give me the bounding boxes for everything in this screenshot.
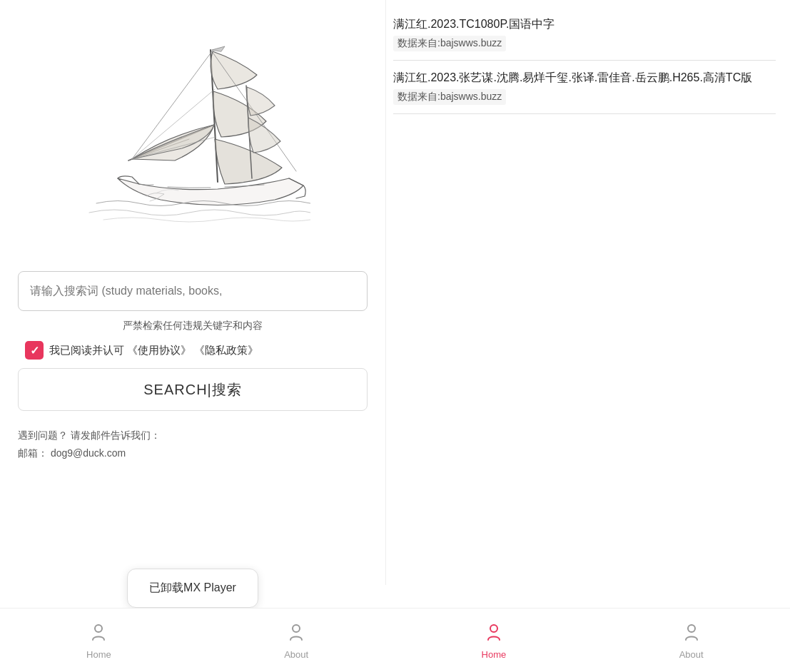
ship-illustration [75, 21, 310, 250]
nav-item-about-1[interactable]: About [198, 609, 395, 672]
agreement-text: 我已阅读并认可 《使用协议》 《隐私政策》 [49, 344, 258, 357]
search-area: 严禁检索任何违规关键字和内容 我已阅读并认可 《使用协议》 《隐私政策》 SEA… [18, 271, 368, 462]
privacy-link[interactable]: 《隐私政策》 [194, 344, 258, 356]
nav-item-home-2[interactable]: Home [395, 609, 593, 672]
agreement-row: 我已阅读并认可 《使用协议》 《隐私政策》 [18, 341, 368, 360]
contact-line1: 遇到问题？ 请发邮件告诉我们： [18, 427, 161, 444]
svg-point-10 [490, 625, 497, 632]
popup-box: 已卸载MX Player [127, 569, 258, 608]
right-panel: 满江红.2023.TC1080P.国语中字 数据来自:bajswws.buzz … [385, 0, 790, 585]
svg-point-8 [95, 625, 102, 632]
terms-link[interactable]: 《使用协议》 [127, 344, 191, 356]
nav-label-home-1: Home [86, 649, 111, 660]
torrent-source-0: 数据来自:bajswws.buzz [393, 36, 506, 51]
about-icon-2 [682, 621, 702, 646]
warning-text: 严禁检索任何违规关键字和内容 [123, 320, 263, 332]
search-button[interactable]: SEARCH|搜索 [18, 368, 368, 411]
home-icon-2 [484, 621, 504, 646]
nav-item-home-1[interactable]: Home [0, 609, 198, 672]
torrent-title-0: 满江红.2023.TC1080P.国语中字 [393, 16, 776, 33]
torrent-item-1[interactable]: 满江红.2023.张艺谋.沈腾.易烊千玺.张译.雷佳音.岳云鹏.H265.高清T… [393, 61, 776, 114]
contact-info: 遇到问题？ 请发邮件告诉我们： 邮箱： dog9@duck.com [18, 427, 161, 462]
nav-label-about-2: About [679, 649, 704, 660]
home-icon-1 [88, 621, 108, 646]
agreement-checkbox[interactable] [25, 341, 44, 360]
popup-overlay: 已卸载MX Player [0, 569, 385, 608]
nav-label-home-2: Home [482, 649, 507, 660]
nav-label-about-1: About [284, 649, 308, 660]
about-icon-1 [286, 621, 306, 646]
popup-text: 已卸载MX Player [149, 581, 236, 594]
torrent-list: 满江红.2023.TC1080P.国语中字 数据来自:bajswws.buzz … [393, 7, 776, 114]
search-input[interactable] [18, 271, 368, 311]
bottom-nav: Home About Home About [0, 608, 790, 672]
nav-item-about-2[interactable]: About [592, 609, 790, 672]
torrent-source-1: 数据来自:bajswws.buzz [393, 89, 506, 105]
torrent-title-1: 满江红.2023.张艺谋.沈腾.易烊千玺.张译.雷佳音.岳云鹏.H265.高清T… [393, 69, 776, 86]
left-panel: 严禁检索任何违规关键字和内容 我已阅读并认可 《使用协议》 《隐私政策》 SEA… [0, 0, 385, 585]
svg-point-9 [293, 625, 300, 632]
contact-line2: 邮箱： dog9@duck.com [18, 444, 161, 462]
torrent-item-0[interactable]: 满江红.2023.TC1080P.国语中字 数据来自:bajswws.buzz [393, 7, 776, 61]
svg-point-11 [688, 625, 695, 632]
